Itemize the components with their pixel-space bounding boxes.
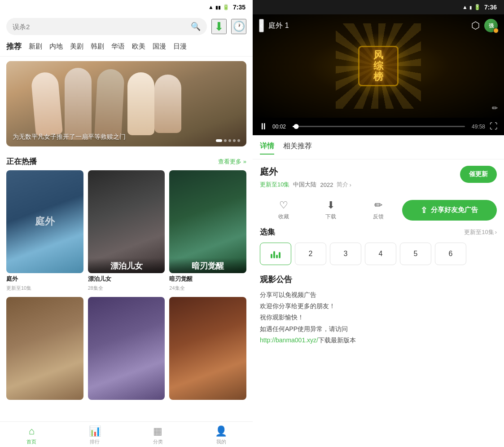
thumb-华家 [6,297,83,400]
card-庭外[interactable]: 庭外 庭外 更新至10集 [6,170,83,292]
nav-mine[interactable]: 👤 我的 [189,425,253,445]
nav-category[interactable]: ▦ 分类 [127,425,190,445]
card-sub-庭外: 更新至10集 [6,285,83,292]
search-input[interactable] [13,23,187,31]
vip-label: 强 [489,22,494,29]
share-button[interactable]: ⇪ 分享好友免广告 [402,200,497,221]
bottom-nav: ⌂ 首页 📊 排行 ▦ 分类 👤 我的 [0,421,253,447]
nav-tab-mainland[interactable]: 内地 [49,41,63,52]
search-input-wrap[interactable]: 🔍 [6,18,207,35]
banner-text: 为无数平凡女子推开了一扇平等救赎之门 [13,133,126,141]
nav-home-label: 首页 [26,438,36,445]
ann-line-4: 如遇任何APP使用异常，请访问 [260,323,497,335]
episode-3[interactable]: 3 [330,243,361,265]
show-info: 庭外 更新至10集 中国大陆 2022 简介 › 催更新 [253,159,504,195]
progress-bar[interactable] [293,126,465,127]
eq-bar-1 [271,254,272,258]
ann-line-5[interactable]: http://banma001.xyz/下载最新版本 [260,335,497,346]
back-button[interactable]: ‹ [259,19,264,32]
download-action[interactable]: ⬇ 下载 [307,199,355,221]
nav-tab-anime[interactable]: 国漫 [153,41,166,52]
hot-section-title: 正在热播 [6,156,37,167]
nav-mine-label: 我的 [216,438,226,445]
show-region: 中国大陆 [293,181,316,189]
rank-icon: 📊 [89,425,101,437]
dot-4 [233,139,236,142]
download-btn[interactable]: ⬇ [211,19,227,34]
episode-5[interactable]: 5 [400,243,431,265]
show-year: 2022 [320,181,333,188]
share-icon: ⇪ [421,205,427,215]
nav-tab-kr[interactable]: 韩剧 [91,41,104,52]
current-time: 00:02 [272,124,288,130]
nav-home[interactable]: ⌂ 首页 [0,425,63,445]
card-华家[interactable] [6,297,83,400]
vip-badge[interactable]: 强 [484,19,498,32]
left-panel: ▲ ▮▮ 🔋 7:35 🔍 ⬇ 🕐 推荐 新剧 内地 美剧 韩剧 华语 欧美 国… [0,0,253,447]
logo-seal-text: 风综榜 [373,50,383,83]
banner-dots [216,139,240,142]
fullscreen-button[interactable]: ⛶ [490,122,498,131]
dot-2 [224,139,227,142]
show-info-left: 庭外 更新至10集 中国大陆 2022 简介 › [260,166,351,189]
right-panel: ▲ ▮ 🔋 7:36 ‹ 庭外 1 ⬡ 强 [253,0,504,447]
episode-4[interactable]: 4 [365,243,396,265]
show-intro[interactable]: 简介 › [337,181,351,189]
nav-rank[interactable]: 📊 排行 [63,425,127,445]
urge-button[interactable]: 催更新 [460,166,497,183]
content-grid-row2 [0,297,253,400]
feedback-action[interactable]: ✏ 反馈 [355,199,402,221]
right-time: 7:36 [484,4,497,11]
thumb-神话 [169,297,246,400]
nav-tab-eu[interactable]: 欧美 [132,41,145,52]
card-神话[interactable] [169,297,246,400]
nav-tab-us[interactable]: 美剧 [70,41,83,52]
dot-3 [228,139,231,142]
nav-tab-hua[interactable]: 华语 [111,41,125,52]
card-title-漂泊: 漂泊儿女 [88,275,165,283]
nav-tab-jp[interactable]: 日漫 [173,41,187,52]
episode-6[interactable]: 6 [435,243,466,265]
video-area: ‹ 庭外 1 ⬡ 强 风综榜 ✏ [253,14,504,118]
edit-button[interactable]: ✏ [492,104,498,112]
ann-text: 分享可以免视频广告 欢迎你分享给更多的朋友！ 祝你观影愉快！ 如遇任何APP使用… [260,289,497,346]
ann-link[interactable]: http://banma001.xyz/ [260,336,318,344]
right-wifi-icon: ▲ [462,4,468,10]
eq-bar-4 [279,252,280,258]
video-controls: ⏸ 00:02 49:58 ⛶ [253,118,504,135]
thumb-初恋 [88,297,165,400]
left-status-bar: ▲ ▮▮ 🔋 7:35 [0,0,253,14]
figure-5 [154,75,181,133]
episodes-header: 选集 更新至10集 › [260,227,497,237]
episode-1[interactable] [260,243,291,265]
collect-label: 收藏 [278,213,289,221]
video-player[interactable]: ‹ 庭外 1 ⬡ 强 风综榜 ✏ [253,14,504,135]
heart-icon: ♡ [279,199,288,211]
episodes-more[interactable]: 更新至10集 › [464,228,497,236]
history-btn[interactable]: 🕐 [231,19,246,34]
collect-action[interactable]: ♡ 收藏 [260,199,307,221]
signal-icon: ▮▮ [215,5,221,10]
tab-related[interactable]: 相关推荐 [283,142,312,155]
search-icon[interactable]: 🔍 [191,22,201,31]
show-meta: 更新至10集 中国大陆 2022 简介 › [260,181,351,189]
figure-2 [65,68,92,140]
hero-banner[interactable]: 为无数平凡女子推开了一扇平等救赎之门 [6,61,246,146]
card-暗刃[interactable]: 暗刃觉醒 暗刃觉醒 24集全 [169,170,246,292]
episode-2[interactable]: 2 [295,243,326,265]
nav-tab-recommend[interactable]: 推荐 [6,40,22,53]
hot-section-more[interactable]: 查看更多 » [218,158,246,166]
thumb-img-庭外: 庭外 [6,170,83,273]
ann-line-3: 祝你观影愉快！ [260,312,497,323]
tab-detail[interactable]: 详情 [260,142,274,155]
nav-tab-new[interactable]: 新剧 [29,41,42,52]
cast-button[interactable]: ⬡ [471,20,480,31]
card-title-暗刃: 暗刃觉醒 [169,275,246,283]
pause-button[interactable]: ⏸ [259,121,268,132]
search-bar: 🔍 ⬇ 🕐 [0,14,253,39]
show-title: 庭外 [260,166,351,178]
card-初恋[interactable] [88,297,165,400]
ann-title: 观影公告 [260,274,497,285]
figure-1 [31,71,63,137]
card-漂泊[interactable]: 漂泊儿女 漂泊儿女 28集全 [88,170,165,292]
